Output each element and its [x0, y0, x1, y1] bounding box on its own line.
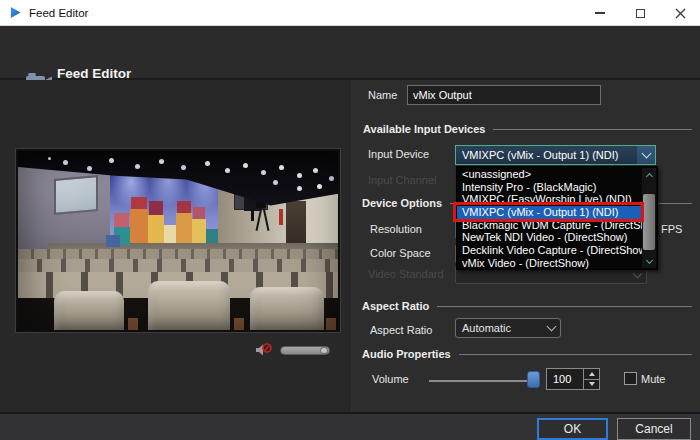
volume-label: Volume: [372, 373, 409, 385]
header-title: Feed Editor: [57, 66, 131, 81]
scrollbar-thumb[interactable]: [643, 194, 655, 250]
chevron-down-icon: [641, 149, 651, 159]
spin-down-icon: [589, 382, 595, 386]
fps-label: FPS: [661, 223, 682, 235]
minimize-button[interactable]: [580, 0, 620, 26]
video-preview: [16, 149, 340, 332]
resolution-label: Resolution: [370, 223, 422, 235]
input-device-label: Input Device: [368, 148, 429, 160]
minimize-icon: [595, 12, 605, 14]
spin-up-icon: [589, 372, 595, 376]
name-input[interactable]: [407, 85, 601, 105]
close-button[interactable]: [660, 0, 700, 26]
dropdown-item[interactable]: Blackmagic WDM Capture - (DirectShow): [457, 219, 643, 232]
color-space-label: Color Space: [370, 247, 431, 259]
chevron-up-icon: [645, 172, 652, 179]
volume-spin-down-button[interactable]: [584, 379, 599, 390]
video-standard-label: Video Standard: [368, 268, 444, 280]
volume-spin-up-button[interactable]: [584, 369, 599, 379]
speaker-muted-icon[interactable]: [255, 343, 273, 357]
titlebar: Feed Editor: [0, 0, 700, 26]
volume-numbox: 100: [546, 368, 600, 390]
chevron-down-icon: [546, 322, 556, 332]
mute-checkbox[interactable]: [624, 372, 637, 385]
maximize-icon: [636, 9, 645, 18]
aspect-ratio-label: Aspect Ratio: [370, 324, 432, 336]
dialog-header: Feed Editor Create and manage feeds for …: [0, 26, 700, 80]
dropdown-item-selected[interactable]: VMIXPC (vMix - Output 1) (NDI): [457, 206, 643, 219]
chevron-down-icon: [645, 257, 652, 264]
input-device-combo-chevron[interactable]: [637, 146, 655, 164]
dropdown-scrollbar[interactable]: [642, 168, 656, 268]
volume-slider-handle[interactable]: [527, 371, 540, 388]
volume-value[interactable]: 100: [547, 369, 583, 389]
dropdown-item[interactable]: NewTek NDI Video - (DirectShow): [457, 231, 643, 244]
dropdown-item[interactable]: Intensity Pro - (BlackMagic): [457, 181, 643, 194]
close-icon: [675, 8, 686, 19]
dropdown-item[interactable]: VMIXPC (EasyWorship Live) (NDI): [457, 193, 643, 206]
dropdown-item[interactable]: vMix Video - (DirectShow): [457, 257, 643, 270]
dropdown-item[interactable]: <unassigned>: [457, 168, 643, 181]
ok-button[interactable]: OK: [537, 418, 608, 440]
dialog-footer: OK Cancel: [0, 412, 700, 440]
input-device-dropdown-list: <unassigned> Intensity Pro - (BlackMagic…: [456, 166, 658, 270]
scroll-up-button[interactable]: [642, 168, 656, 181]
easyworship-logo-icon: [9, 6, 22, 19]
scroll-down-button[interactable]: [642, 255, 656, 268]
input-device-combobox[interactable]: VMIXPC (vMix - Output 1) (NDI): [455, 145, 656, 165]
volume-spinner: [583, 369, 599, 389]
group-aspect-ratio: Aspect Ratio: [362, 300, 692, 312]
dropdown-item[interactable]: Decklink Video Capture - (DirectShow): [457, 244, 643, 257]
group-audio-properties: Audio Properties: [362, 348, 692, 360]
group-available-input-devices: Available Input Devices: [363, 123, 692, 135]
name-label: Name: [368, 89, 397, 101]
preview-panel: [0, 80, 350, 412]
aspect-ratio-value: Automatic: [456, 322, 542, 334]
feed-editor-dialog: Feed Editor Feed Editor Create and manag…: [0, 0, 700, 440]
volume-slider-track[interactable]: [429, 380, 537, 382]
aspect-ratio-combo-chevron[interactable]: [542, 319, 560, 337]
aspect-ratio-combobox[interactable]: Automatic: [455, 318, 561, 338]
maximize-button[interactable]: [620, 0, 660, 26]
preview-volume-thumb[interactable]: [320, 347, 328, 354]
cancel-button[interactable]: Cancel: [617, 418, 691, 440]
input-device-value: VMIXPC (vMix - Output 1) (NDI): [456, 149, 637, 161]
input-channel-label: Input Channel: [368, 174, 437, 186]
preview-volume-slider[interactable]: [280, 346, 330, 355]
mute-label: Mute: [641, 373, 665, 385]
window-title: Feed Editor: [29, 7, 88, 19]
